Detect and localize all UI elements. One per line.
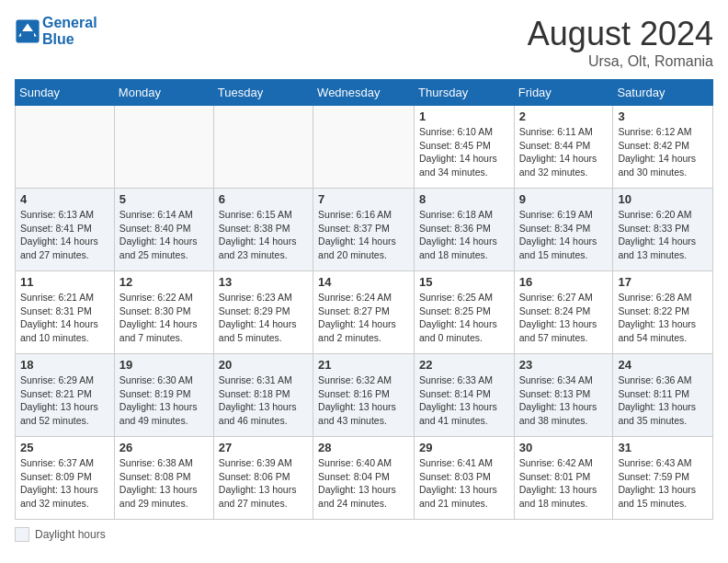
day-info: Sunrise: 6:23 AM Sunset: 8:29 PM Dayligh… xyxy=(219,291,308,345)
day-info: Sunrise: 6:32 AM Sunset: 8:16 PM Dayligh… xyxy=(318,373,409,428)
calendar-day-header: Saturday xyxy=(613,80,713,106)
calendar-day-header: Monday xyxy=(114,80,213,106)
day-number: 18 xyxy=(20,358,109,372)
calendar-day-cell: 24Sunrise: 6:36 AM Sunset: 8:11 PM Dayli… xyxy=(613,354,713,437)
day-number: 22 xyxy=(419,358,509,372)
calendar-day-cell xyxy=(114,106,213,189)
calendar-day-cell: 9Sunrise: 6:19 AM Sunset: 8:34 PM Daylig… xyxy=(514,189,613,271)
day-number: 30 xyxy=(519,441,609,454)
svg-rect-2 xyxy=(21,31,34,38)
calendar-day-header: Friday xyxy=(514,80,613,106)
day-number: 10 xyxy=(618,192,708,206)
calendar-day-cell: 7Sunrise: 6:16 AM Sunset: 8:37 PM Daylig… xyxy=(313,189,415,271)
day-number: 24 xyxy=(618,358,708,372)
calendar-day-cell: 26Sunrise: 6:38 AM Sunset: 8:08 PM Dayli… xyxy=(114,437,213,520)
calendar-week-row: 4Sunrise: 6:13 AM Sunset: 8:41 PM Daylig… xyxy=(16,189,713,271)
day-info: Sunrise: 6:15 AM Sunset: 8:38 PM Dayligh… xyxy=(219,208,308,262)
day-number: 17 xyxy=(618,275,708,289)
day-info: Sunrise: 6:40 AM Sunset: 8:04 PM Dayligh… xyxy=(318,456,409,511)
calendar-day-cell: 12Sunrise: 6:22 AM Sunset: 8:30 PM Dayli… xyxy=(114,271,213,354)
calendar-day-cell: 22Sunrise: 6:33 AM Sunset: 8:14 PM Dayli… xyxy=(415,354,515,437)
day-info: Sunrise: 6:41 AM Sunset: 8:03 PM Dayligh… xyxy=(419,456,509,511)
day-info: Sunrise: 6:28 AM Sunset: 8:22 PM Dayligh… xyxy=(618,291,708,345)
day-number: 14 xyxy=(318,275,409,289)
calendar-week-row: 1Sunrise: 6:10 AM Sunset: 8:45 PM Daylig… xyxy=(16,106,713,189)
calendar-day-header: Wednesday xyxy=(313,80,415,106)
location-subtitle: Ursa, Olt, Romania xyxy=(528,53,713,70)
day-info: Sunrise: 6:20 AM Sunset: 8:33 PM Dayligh… xyxy=(618,208,708,262)
day-info: Sunrise: 6:29 AM Sunset: 8:21 PM Dayligh… xyxy=(20,373,109,428)
calendar-week-row: 25Sunrise: 6:37 AM Sunset: 8:09 PM Dayli… xyxy=(16,437,713,520)
day-info: Sunrise: 6:11 AM Sunset: 8:44 PM Dayligh… xyxy=(519,125,609,179)
day-info: Sunrise: 6:39 AM Sunset: 8:06 PM Dayligh… xyxy=(219,456,308,511)
day-number: 21 xyxy=(318,358,409,372)
calendar-day-cell: 31Sunrise: 6:43 AM Sunset: 7:59 PM Dayli… xyxy=(613,437,713,520)
day-info: Sunrise: 6:10 AM Sunset: 8:45 PM Dayligh… xyxy=(419,125,509,179)
day-number: 11 xyxy=(20,275,109,289)
day-info: Sunrise: 6:14 AM Sunset: 8:40 PM Dayligh… xyxy=(119,208,209,262)
calendar-day-cell: 25Sunrise: 6:37 AM Sunset: 8:09 PM Dayli… xyxy=(16,437,115,520)
day-number: 27 xyxy=(219,441,308,454)
day-number: 9 xyxy=(519,192,609,206)
day-number: 15 xyxy=(419,275,509,289)
calendar-day-cell: 6Sunrise: 6:15 AM Sunset: 8:38 PM Daylig… xyxy=(213,189,313,271)
calendar-day-header: Thursday xyxy=(415,80,515,106)
calendar-day-cell: 14Sunrise: 6:24 AM Sunset: 8:27 PM Dayli… xyxy=(313,271,415,354)
day-number: 31 xyxy=(618,441,708,454)
day-info: Sunrise: 6:31 AM Sunset: 8:18 PM Dayligh… xyxy=(219,373,308,428)
day-info: Sunrise: 6:33 AM Sunset: 8:14 PM Dayligh… xyxy=(419,373,509,428)
calendar-header-row: SundayMondayTuesdayWednesdayThursdayFrid… xyxy=(16,80,713,106)
calendar-day-cell: 4Sunrise: 6:13 AM Sunset: 8:41 PM Daylig… xyxy=(16,189,115,271)
calendar-week-row: 11Sunrise: 6:21 AM Sunset: 8:31 PM Dayli… xyxy=(16,271,713,354)
day-number: 2 xyxy=(519,109,609,123)
calendar-day-header: Tuesday xyxy=(213,80,313,106)
calendar-day-cell: 13Sunrise: 6:23 AM Sunset: 8:29 PM Dayli… xyxy=(213,271,313,354)
calendar-day-header: Sunday xyxy=(16,80,115,106)
calendar-footer: Daylight hours xyxy=(15,527,713,542)
day-number: 16 xyxy=(519,275,609,289)
calendar-day-cell: 16Sunrise: 6:27 AM Sunset: 8:24 PM Dayli… xyxy=(514,271,613,354)
calendar-day-cell: 29Sunrise: 6:41 AM Sunset: 8:03 PM Dayli… xyxy=(415,437,515,520)
calendar-day-cell xyxy=(313,106,415,189)
day-info: Sunrise: 6:37 AM Sunset: 8:09 PM Dayligh… xyxy=(20,456,109,511)
day-number: 29 xyxy=(419,441,509,454)
day-number: 13 xyxy=(219,275,308,289)
day-info: Sunrise: 6:42 AM Sunset: 8:01 PM Dayligh… xyxy=(519,456,609,511)
day-info: Sunrise: 6:43 AM Sunset: 7:59 PM Dayligh… xyxy=(618,456,708,511)
day-number: 3 xyxy=(618,109,708,123)
day-number: 4 xyxy=(20,192,109,206)
daylight-label: Daylight hours xyxy=(35,528,106,541)
day-info: Sunrise: 6:13 AM Sunset: 8:41 PM Dayligh… xyxy=(20,208,109,262)
calendar-day-cell: 28Sunrise: 6:40 AM Sunset: 8:04 PM Dayli… xyxy=(313,437,415,520)
day-number: 5 xyxy=(119,192,209,206)
page-header: General Blue August 2024 Ursa, Olt, Roma… xyxy=(15,15,713,70)
day-number: 12 xyxy=(119,275,209,289)
title-area: August 2024 Ursa, Olt, Romania xyxy=(528,15,713,70)
calendar-day-cell: 11Sunrise: 6:21 AM Sunset: 8:31 PM Dayli… xyxy=(16,271,115,354)
calendar-day-cell xyxy=(213,106,313,189)
day-number: 26 xyxy=(119,441,209,454)
calendar-day-cell: 17Sunrise: 6:28 AM Sunset: 8:22 PM Dayli… xyxy=(613,271,713,354)
logo-text: General Blue xyxy=(42,15,97,48)
month-year-title: August 2024 xyxy=(528,15,713,53)
logo-icon xyxy=(15,18,40,44)
day-info: Sunrise: 6:18 AM Sunset: 8:36 PM Dayligh… xyxy=(419,208,509,262)
calendar-day-cell: 18Sunrise: 6:29 AM Sunset: 8:21 PM Dayli… xyxy=(16,354,115,437)
calendar-day-cell: 15Sunrise: 6:25 AM Sunset: 8:25 PM Dayli… xyxy=(415,271,515,354)
calendar-day-cell: 5Sunrise: 6:14 AM Sunset: 8:40 PM Daylig… xyxy=(114,189,213,271)
day-info: Sunrise: 6:34 AM Sunset: 8:13 PM Dayligh… xyxy=(519,373,609,428)
day-info: Sunrise: 6:27 AM Sunset: 8:24 PM Dayligh… xyxy=(519,291,609,345)
calendar-day-cell: 8Sunrise: 6:18 AM Sunset: 8:36 PM Daylig… xyxy=(415,189,515,271)
calendar-table: SundayMondayTuesdayWednesdayThursdayFrid… xyxy=(15,79,713,520)
logo: General Blue xyxy=(15,15,97,48)
day-number: 8 xyxy=(419,192,509,206)
calendar-day-cell: 2Sunrise: 6:11 AM Sunset: 8:44 PM Daylig… xyxy=(514,106,613,189)
calendar-day-cell: 3Sunrise: 6:12 AM Sunset: 8:42 PM Daylig… xyxy=(613,106,713,189)
calendar-day-cell: 21Sunrise: 6:32 AM Sunset: 8:16 PM Dayli… xyxy=(313,354,415,437)
day-info: Sunrise: 6:30 AM Sunset: 8:19 PM Dayligh… xyxy=(119,373,209,428)
day-info: Sunrise: 6:36 AM Sunset: 8:11 PM Dayligh… xyxy=(618,373,708,428)
day-info: Sunrise: 6:25 AM Sunset: 8:25 PM Dayligh… xyxy=(419,291,509,345)
day-number: 7 xyxy=(318,192,409,206)
day-info: Sunrise: 6:24 AM Sunset: 8:27 PM Dayligh… xyxy=(318,291,409,345)
calendar-day-cell: 23Sunrise: 6:34 AM Sunset: 8:13 PM Dayli… xyxy=(514,354,613,437)
